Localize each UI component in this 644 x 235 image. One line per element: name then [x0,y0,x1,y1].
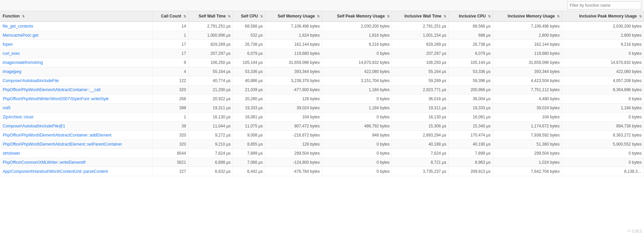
table-row: Composer\Autoload\includeFile@13911,044 … [0,122,644,131]
cell-callCount: 320 [152,131,188,140]
cell-inclusiveMemoryUsage: 1,174,672 bytes [493,122,562,131]
cell-inclusiveCPU: 15,340 μs [449,122,493,131]
cell-inclusiveCPU: 200,966 μs [449,85,493,94]
cell-selfCPU: 21,039 μs [233,85,265,94]
cell-inclusiveMemoryUsage: 7,642,704 bytes [493,167,562,176]
col-header-selfpeakmemory[interactable]: Self Peak Memory Usage ⇅ [322,11,392,22]
cell-selfMemoryUsage: -216,872 bytes [265,131,322,140]
function-link[interactable]: ZipArchive::close [3,115,33,119]
cell-inclusiveMemoryUsage: 31,659,096 bytes [493,58,562,67]
cell-selfCPU: 6,442 μs [233,167,265,176]
cell-selfWallTime: 6,632 μs [188,167,232,176]
sort-icon-selfcpu: ⇅ [260,14,263,18]
cell-inclusiveWallTime: 59,289 μs [392,76,448,85]
function-link[interactable]: PhpOffice\PhpWord\Element\AbstractContai… [3,133,111,138]
cell-function[interactable]: MemcachePool::get [0,31,152,40]
cell-inclusiveMemoryUsage: 104 bytes [493,113,562,122]
cell-function[interactable]: imagejpeg [0,67,152,76]
cell-selfMemoryUsage: 31,659,096 bytes [265,58,322,67]
cell-selfMemoryUsage: 162,144 bytes [265,40,322,49]
cell-selfMemoryUsage: 7,106,496 bytes [265,22,322,31]
function-link[interactable]: App\Component\Handout\Word\ContentUnit::… [3,169,108,174]
cell-inclusiveMemoryUsage: 7,751,112 bytes [493,85,562,94]
top-bar [0,0,644,11]
cell-function[interactable]: curl_exec [0,49,152,58]
col-header-selfcpu[interactable]: Self CPU ⇅ [233,11,265,22]
cell-inclusiveCPU: 68,566 μs [449,22,493,31]
cell-inclusivePeakMemoryUsage: 0 bytes [562,49,644,58]
function-link[interactable]: Composer\Autoload\includeFile [3,78,59,83]
col-header-inclusivememory[interactable]: Inclusive Memory Usage ⇅ [493,11,562,22]
cell-function[interactable]: Composer\Autoload\includeFile@1 [0,122,152,131]
cell-selfPeakMemoryUsage: 0 bytes [322,94,392,104]
cell-selfMemoryUsage: 393,344 bytes [265,67,322,76]
function-link[interactable]: md5 [3,106,10,110]
cell-callCount: 122 [152,76,188,85]
cell-callCount: 9 [152,58,188,67]
cell-callCount: 268 [152,94,188,104]
cell-selfMemoryUsage: 119,680 bytes [265,49,322,58]
function-link[interactable]: strtolower [3,151,20,156]
function-link[interactable]: imagejpeg [3,69,21,74]
sort-icon-inclusivepeakmemory: ⇅ [639,14,642,18]
col-header-function[interactable]: Function ⇅ [0,11,152,22]
cell-selfPeakMemoryUsage: 0 bytes [322,49,392,58]
cell-function[interactable]: fopen [0,40,152,49]
cell-inclusiveCPU: 105,144 μs [449,58,493,67]
cell-selfPeakMemoryUsage: 1,816 bytes [322,31,392,40]
cell-selfWallTime: 40,774 μs [188,76,232,85]
cell-selfPeakMemoryUsage: 0 bytes [322,167,392,176]
table-row: PhpOffice\PhpWord\Element\AbstractContai… [0,85,644,94]
function-link[interactable]: fopen [3,42,13,47]
col-header-selfmemory[interactable]: Self Memory Usage ⇅ [265,11,322,22]
function-link[interactable]: curl_exec [3,51,20,56]
cell-inclusivePeakMemoryUsage: 8,138,3… [562,167,644,176]
cell-callCount: 17 [152,49,188,58]
cell-inclusiveWallTime: 7,624 μs [392,149,448,158]
cell-function[interactable]: Composer\Autoload\includeFile [0,76,152,85]
cell-function[interactable]: imagecreatefromstring [0,58,152,67]
cell-function[interactable]: PhpOffice\PhpWord\Element\AbstractElemen… [0,140,152,149]
filter-input[interactable] [567,1,641,9]
cell-inclusiveWallTime: 3,735,237 μs [392,167,448,176]
function-link[interactable]: PhpOffice\Common\XMLWriter::writeElement… [3,160,85,165]
function-link[interactable]: file_get_contents [3,24,33,29]
col-header-inclusivecpu[interactable]: Inclusive CPU ⇅ [449,11,493,22]
cell-selfWallTime: 21,290 μs [188,85,232,94]
cell-inclusiveMemoryUsage: 7,106,496 bytes [493,22,562,31]
table-row: App\Component\Handout\Word\ContentUnit::… [0,167,644,176]
cell-function[interactable]: strtolower [0,149,152,158]
cell-selfPeakMemoryUsage: 3,151,704 bytes [322,76,392,85]
cell-function[interactable]: PhpOffice\PhpWord\Element\AbstractContai… [0,131,152,140]
cell-function[interactable]: ZipArchive::close [0,113,152,122]
sort-icon-selfpeakmemory: ⇅ [387,14,390,18]
cell-inclusivePeakMemoryUsage: 422,080 bytes [562,67,644,76]
function-link[interactable]: Composer\Autoload\includeFile@1 [3,124,65,128]
function-link[interactable]: PhpOffice\PhpWord\Writer\Word2007\Style\… [3,96,109,101]
cell-selfWallTime: 20,922 μs [188,94,232,104]
cell-function[interactable]: PhpOffice\Common\XMLWriter::writeElement… [0,158,152,167]
table-row: curl_exec17207,297 μs6,079 μs119,680 byt… [0,49,644,58]
col-header-inclusivewalltime[interactable]: Inclusive Wall Time ⇅ [392,11,448,22]
cell-function[interactable]: PhpOffice\PhpWord\Writer\Word2007\Style\… [0,94,152,104]
profiler-table: Function ⇅ Call Count ⇅ Self Wall Time ⇅… [0,11,644,176]
cell-function[interactable]: file_get_contents [0,22,152,31]
table-row: strtolower85447,624 μs7,899 μs299,504 by… [0,149,644,158]
cell-selfCPU: 7,066 μs [233,158,265,167]
function-link[interactable]: imagecreatefromstring [3,60,43,65]
col-header-selfwalltime[interactable]: Self Wall Time ⇅ [188,11,232,22]
cell-inclusiveWallTime: 15,306 μs [392,122,448,131]
cell-inclusivePeakMemoryUsage: 1,184 bytes [562,104,644,113]
cell-selfCPU: 7,899 μs [233,149,265,158]
table-row: Composer\Autoload\includeFile12240,774 μ… [0,76,644,85]
function-link[interactable]: MemcachePool::get [3,33,38,38]
cell-function[interactable]: md5 [0,104,152,113]
function-link[interactable]: PhpOffice\PhpWord\Element\AbstractElemen… [3,142,122,147]
cell-inclusivePeakMemoryUsage: 4,057,208 bytes [562,76,644,85]
cell-selfWallTime: 9,272 μs [188,131,232,140]
function-link[interactable]: PhpOffice\PhpWord\Element\AbstractContai… [3,87,100,92]
col-header-callcount[interactable]: Call Count ⇅ [152,11,188,22]
cell-function[interactable]: App\Component\Handout\Word\ContentUnit::… [0,167,152,176]
cell-function[interactable]: PhpOffice\PhpWord\Element\AbstractContai… [0,85,152,94]
col-header-inclusivepeakmemory[interactable]: Inclusive Peak Memory Usage ⇅ [562,11,644,22]
